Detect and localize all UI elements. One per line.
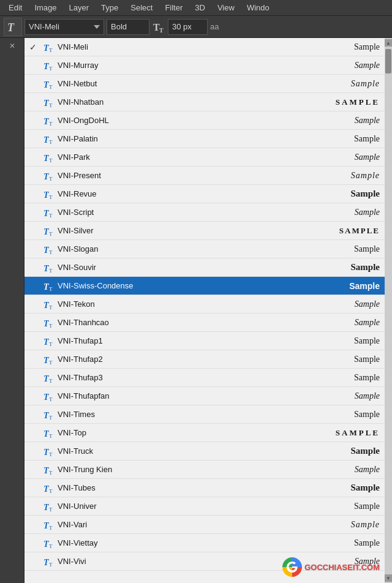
svg-text:T: T	[49, 525, 53, 530]
scrollbar-thumb[interactable]	[385, 49, 391, 73]
google-icon	[282, 557, 302, 577]
svg-text:T: T	[49, 323, 53, 328]
font-type-icon: TT	[42, 224, 55, 238]
svg-text:T: T	[49, 506, 53, 512]
font-name-label: VNI-Nhatban	[58, 97, 318, 107]
menu-layer[interactable]: Layer	[63, 1, 96, 14]
font-type-icon: TT	[42, 243, 55, 256]
svg-text:T: T	[49, 286, 53, 292]
font-name-label: VNI-Top	[58, 428, 318, 437]
font-list-item[interactable]: TTVNI-PalatinSample	[24, 130, 385, 148]
font-sample-text: Sample	[318, 446, 380, 456]
font-type-icon: TT	[42, 77, 55, 91]
font-list-item[interactable]: TTVNI-Trung KienSample	[24, 461, 385, 479]
font-sample-text: Sample	[318, 42, 380, 52]
font-sample-text: Sample	[318, 116, 380, 126]
font-name-label: VNI-Thufap1	[58, 336, 318, 345]
menu-window[interactable]: Windo	[241, 1, 276, 14]
font-type-icon: TT	[42, 463, 55, 476]
font-name-label: VNI-Script	[58, 208, 318, 217]
font-style-dropdown[interactable]: Bold	[107, 19, 149, 35]
menu-edit[interactable]: Edit	[2, 1, 28, 14]
menu-3d[interactable]: 3D	[189, 1, 211, 14]
font-list-item[interactable]: TTVNI-TimesSample	[24, 405, 385, 424]
checkmark-icon: ✓	[29, 42, 42, 52]
font-list[interactable]: ✓TTVNI-MeliSampleTTVNI-MurraySampleTTVNI…	[24, 38, 385, 583]
menu-type[interactable]: Type	[95, 1, 124, 14]
font-name-label: VNI-OngDoHL	[58, 116, 318, 125]
font-list-item[interactable]: TTVNI-Thufap1Sample	[24, 332, 385, 350]
font-name-label: VNI-Murray	[58, 61, 318, 70]
font-type-icon: TT	[42, 206, 55, 219]
menu-image[interactable]: Image	[28, 1, 62, 14]
font-list-item[interactable]: TTVNI-SouvirSample	[24, 258, 385, 277]
font-list-item[interactable]: TTVNI-NhatbanSAMPLE	[24, 93, 385, 111]
font-name-label: VNI-Swiss-Condense	[58, 281, 318, 290]
font-name-label: VNI-Thufapfan	[58, 391, 318, 401]
font-size-dropdown[interactable]: 30 px	[168, 19, 208, 35]
font-list-item[interactable]: TTVNI-Thufap3Sample	[24, 369, 385, 387]
scrollbar-up-button[interactable]: ▲	[385, 39, 392, 47]
font-name-label: VNI-Thanhcao	[58, 318, 318, 327]
font-name-label: VNI-Tubes	[58, 483, 318, 492]
font-list-item[interactable]: TTVNI-PresentSample	[24, 167, 385, 185]
font-name-label: VNI-Vivi	[58, 557, 318, 566]
dropdown-arrow-icon	[94, 25, 100, 29]
svg-text:T: T	[49, 488, 53, 494]
font-list-item[interactable]: TTVNI-RevueSample	[24, 185, 385, 203]
font-list-container: ✕ ✓TTVNI-MeliSampleTTVNI-MurraySampleTTV…	[0, 38, 392, 583]
svg-text:T: T	[49, 378, 53, 383]
font-name-dropdown[interactable]: VNI-Meli	[24, 19, 104, 35]
font-type-icon: TT	[42, 353, 55, 366]
font-list-item[interactable]: TTVNI-SloganSample	[24, 240, 385, 258]
font-list-item[interactable]: TTVNI-UniverSample	[24, 497, 385, 516]
font-list-item[interactable]: TTVNI-MurraySample	[24, 56, 385, 75]
svg-text:T: T	[49, 304, 53, 310]
font-list-item[interactable]: TTVNI-SilverSAMPLE	[24, 222, 385, 240]
font-list-item[interactable]: TTVNI-OngDoHLSample	[24, 111, 385, 130]
font-list-item[interactable]: TTVNI-TopSAMPLE	[24, 424, 385, 442]
font-type-icon: TT	[42, 536, 55, 550]
font-list-item[interactable]: TTVNI-ScriptSample	[24, 203, 385, 222]
font-name-label: VNI-Netbut	[58, 79, 318, 88]
svg-text:T: T	[49, 121, 53, 126]
font-list-item[interactable]: TTVNI-VariSample	[24, 516, 385, 534]
watermark: GOCCHIASEIT.COM	[282, 557, 380, 577]
font-list-item[interactable]: TTVNI-Swiss-CondenseSample	[24, 277, 385, 295]
font-name-label: VNI-Univer	[58, 502, 318, 511]
font-list-item[interactable]: TTVNI-ParkSample	[24, 148, 385, 167]
font-type-icon: TT	[42, 334, 55, 348]
font-sample-text: SAMPLE	[318, 97, 380, 107]
scrollbar-down-button[interactable]: ▼	[385, 574, 392, 582]
font-list-item[interactable]: TTVNI-NetbutSample	[24, 75, 385, 93]
menu-select[interactable]: Select	[124, 1, 159, 14]
svg-text:T: T	[7, 21, 15, 34]
svg-text:T: T	[49, 194, 53, 200]
font-sample-text: Sample	[318, 152, 380, 162]
font-name-label: VNI-Souvir	[58, 263, 318, 272]
font-list-item[interactable]: TTVNI-ThufapfanSample	[24, 387, 385, 405]
close-icon[interactable]: ✕	[6, 40, 19, 51]
font-list-item[interactable]: TTVNI-TekonSample	[24, 295, 385, 314]
font-name-label: VNI-Meli	[58, 42, 318, 51]
font-list-item[interactable]: TTVNI-ThanhcaoSample	[24, 314, 385, 332]
text-tool-icon[interactable]: T	[4, 18, 22, 36]
font-type-icon: TT	[42, 298, 55, 311]
font-sample-text: Sample	[318, 373, 380, 383]
font-name-label: VNI-Tekon	[58, 299, 318, 309]
font-sample-text: Sample	[318, 299, 380, 309]
font-list-item[interactable]: TTVNI-ViettaySample	[24, 534, 385, 552]
font-type-icon: TT	[42, 59, 55, 72]
font-type-icon: TT	[42, 555, 55, 568]
font-name-label: VNI-Thufap2	[58, 355, 318, 364]
font-sample-text: SAMPLE	[318, 428, 380, 438]
font-list-item[interactable]: TTVNI-TubesSample	[24, 479, 385, 497]
font-list-item[interactable]: TTVNI-TruckSample	[24, 442, 385, 461]
font-list-item[interactable]: ✓TTVNI-MeliSample	[24, 38, 385, 56]
font-list-item[interactable]: TTVNI-Thufap2Sample	[24, 350, 385, 369]
font-sample-text: Sample	[318, 355, 380, 364]
menu-view[interactable]: View	[211, 1, 241, 14]
menu-filter[interactable]: Filter	[159, 1, 189, 14]
font-name-label: VNI-Truck	[58, 446, 318, 456]
scrollbar[interactable]: ▲ ▼	[385, 38, 392, 583]
